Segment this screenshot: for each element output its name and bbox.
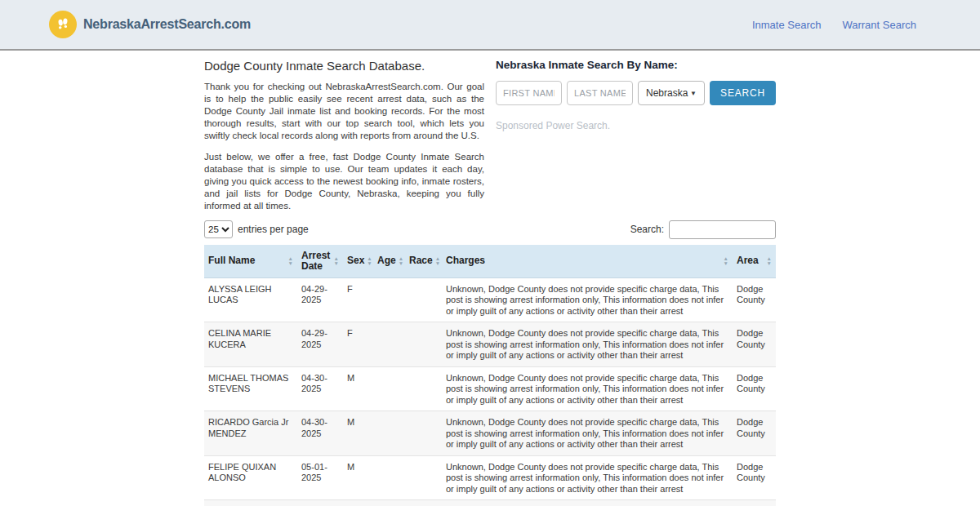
column-header-charges[interactable]: Charges ▲▼ [442,245,733,277]
main-content: Dodge County Inmate Search Database. Tha… [204,51,776,506]
column-header-age[interactable]: Age ▲▼ [373,245,405,277]
cell-charges: Unknown, Dodge County does not provide s… [442,500,733,506]
cell-age [373,455,405,500]
cell-charges: Unknown, Dodge County does not provide s… [442,366,733,411]
cell-sex: M [343,366,373,411]
cell-age [373,277,405,322]
cell-age [373,411,405,456]
table-search-control: Search: [630,220,776,239]
cell-charges: Unknown, Dodge County does not provide s… [442,455,733,500]
cell-arrest-date: 04-30-2025 [297,366,343,411]
chevron-down-icon: ▼ [690,90,697,97]
entries-per-page-select[interactable]: 25 [204,220,233,238]
sort-icon: ▲▼ [435,256,440,266]
cell-age [373,500,405,506]
name-search-heading: Nebraska Inmate Search By Name: [496,59,776,71]
first-name-input[interactable] [496,81,562,105]
cell-race [405,277,442,322]
cell-sex: F [343,277,373,322]
column-header-race[interactable]: Race ▲▼ [405,245,442,277]
search-button[interactable]: SEARCH [710,81,776,105]
table-row: ALICIA FAYE UTTERBACK 05-01-2025 F Unkno… [204,500,776,506]
table-search-label: Search: [630,224,664,235]
cell-sex: M [343,455,373,500]
site-header: NebraskaArrestSearch.com Inmate Search W… [0,0,980,51]
cell-arrest-date: 05-01-2025 [297,500,343,506]
table-row: MICHAEL THOMAS STEVENS 04-30-2025 M Unkn… [204,366,776,411]
cell-arrest-date: 04-30-2025 [297,411,343,456]
cell-race [405,366,442,411]
site-title: NebraskaArrestSearch.com [83,17,251,32]
cell-arrest-date: 04-29-2025 [297,322,343,367]
column-header-arrest-date[interactable]: Arrest Date ▲▼ [297,245,343,277]
cell-age [373,366,405,411]
cell-full-name: FELIPE QUIXAN ALONSO [204,455,297,500]
intro-paragraph-1: Thank you for checking out NebraskaArres… [204,81,484,142]
last-name-input[interactable] [567,81,633,105]
cell-full-name: MICHAEL THOMAS STEVENS [204,366,297,411]
column-header-sex[interactable]: Sex ▲▼ [343,245,373,277]
cell-arrest-date: 05-01-2025 [297,455,343,500]
table-row: RICARDO Garcia Jr MENDEZ 04-30-2025 M Un… [204,411,776,456]
column-header-area[interactable]: Area ▲▼ [733,245,776,277]
state-select-value: Nebraska [646,87,688,99]
sort-icon: ▲▼ [399,256,403,266]
cell-charges: Unknown, Dodge County does not provide s… [442,411,733,456]
cell-area: Dodge County [733,366,776,411]
cell-sex: F [343,322,373,367]
nav-warrant-search[interactable]: Warrant Search [842,19,916,31]
table-row: ALYSSA LEIGH LUCAS 04-29-2025 F Unknown,… [204,277,776,322]
cell-area: Dodge County [733,322,776,367]
cell-race [405,455,442,500]
cell-sex: F [343,500,373,506]
cell-area: Dodge County [733,455,776,500]
cell-charges: Unknown, Dodge County does not provide s… [442,322,733,367]
cell-area: Dodge County [733,500,776,506]
sort-icon: ▲▼ [767,256,772,266]
entries-per-page-label: entries per page [238,224,309,235]
table-row: FELIPE QUIXAN ALONSO 05-01-2025 M Unknow… [204,455,776,500]
sort-icon: ▲▼ [724,256,728,266]
cell-charges: Unknown, Dodge County does not provide s… [442,277,733,322]
nav-inmate-search[interactable]: Inmate Search [752,19,822,31]
name-search-panel: Nebraska Inmate Search By Name: Nebraska… [496,55,776,214]
cell-area: Dodge County [733,277,776,322]
inmates-table-body: ALYSSA LEIGH LUCAS 04-29-2025 F Unknown,… [204,277,776,506]
table-search-input[interactable] [669,220,776,239]
cell-age [373,322,405,367]
state-select[interactable]: Nebraska ▼ [638,81,705,105]
cell-full-name: ALICIA FAYE UTTERBACK [204,500,297,506]
cell-sex: M [343,411,373,456]
table-controls: 25 entries per page Search: [204,219,776,240]
cell-race [405,322,442,367]
intro-paragraph-2: Just below, we offer a free, fast Dodge … [204,151,484,212]
sort-icon: ▲▼ [288,256,293,266]
cell-area: Dodge County [733,411,776,456]
table-row: CELINA MARIE KUCERA 04-29-2025 F Unknown… [204,322,776,367]
column-header-full-name[interactable]: Full Name ▲▼ [204,245,297,277]
footprints-logo-icon [49,11,77,38]
inmates-table-header: Full Name ▲▼ Arrest Date ▲▼ Sex ▲▼ Age ▲… [204,245,776,277]
top-columns: Dodge County Inmate Search Database. Tha… [204,55,776,214]
name-search-form: Nebraska ▼ SEARCH [496,81,776,105]
sort-icon: ▲▼ [367,256,372,266]
entries-per-page-control: 25 entries per page [204,220,309,238]
page-title: Dodge County Inmate Search Database. [204,59,484,73]
cell-arrest-date: 04-29-2025 [297,277,343,322]
cell-full-name: ALYSSA LEIGH LUCAS [204,277,297,322]
sort-icon: ▲▼ [334,256,339,266]
main-nav: Inmate Search Warrant Search [752,19,916,31]
cell-race [405,500,442,506]
cell-race [405,411,442,456]
site-logo-link[interactable]: NebraskaArrestSearch.com [49,11,251,38]
sponsored-note: Sponsored Power Search. [496,120,776,131]
inmates-table: Full Name ▲▼ Arrest Date ▲▼ Sex ▲▼ Age ▲… [204,245,776,506]
intro-section: Dodge County Inmate Search Database. Tha… [204,55,496,214]
cell-full-name: CELINA MARIE KUCERA [204,322,297,367]
cell-full-name: RICARDO Garcia Jr MENDEZ [204,411,297,456]
